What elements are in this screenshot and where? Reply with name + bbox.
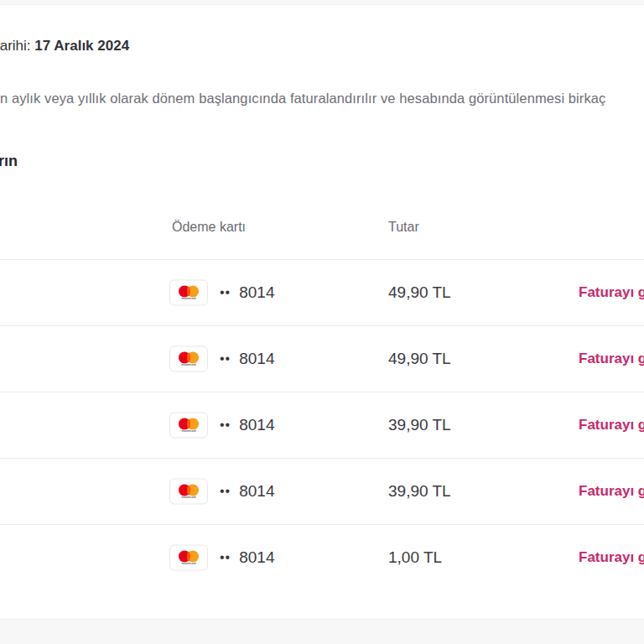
amount-cell: 49,90 TL (388, 283, 451, 302)
card-masked-dots: •• (220, 351, 231, 366)
card-masked-dots: •• (220, 484, 231, 499)
table-row: mastercard •• 8014 39,90 TL Faturayı g (0, 458, 644, 524)
view-invoice-link[interactable]: Faturayı g (579, 284, 644, 300)
table-body: mastercard •• 8014 49,90 TL Faturayı g (0, 259, 644, 590)
card-number-cell: •• 8014 (220, 416, 274, 434)
payment-card-cell: mastercard (169, 280, 208, 306)
view-invoice-link[interactable]: Faturayı g (579, 417, 644, 433)
payment-card-cell: mastercard (169, 479, 208, 505)
amount-cell: 49,90 TL (388, 350, 451, 368)
card-last4: 8014 (239, 548, 274, 567)
invoices-table: Ödeme kartı Tutar mastercard •• 8014 49, (0, 195, 644, 590)
mastercard-wordmark: mastercard (182, 430, 196, 432)
action-cell: Faturayı g (579, 549, 644, 566)
payment-card-cell: mastercard (169, 413, 208, 439)
date-label: tarihi: (0, 38, 31, 54)
top-divider-bar (0, 0, 644, 5)
amount-cell: 39,90 TL (388, 482, 451, 501)
mastercard-icon: mastercard (169, 280, 208, 306)
mastercard-circles-icon (179, 485, 199, 496)
mastercard-icon: mastercard (169, 346, 208, 372)
date-value: 17 Aralık 2024 (34, 38, 129, 54)
action-cell: Faturayı g (579, 284, 644, 301)
mastercard-icon: mastercard (169, 413, 208, 439)
mastercard-wordmark: mastercard (182, 298, 196, 299)
view-invoice-link[interactable]: Faturayı g (579, 351, 644, 366)
amount-cell: 1,00 TL (388, 548, 442, 567)
amount-cell: 39,90 TL (388, 416, 451, 434)
mastercard-circles-icon (179, 551, 199, 563)
section-title: rın (0, 153, 18, 170)
column-header-amount: Tutar (388, 220, 419, 235)
mastercard-wordmark: mastercard (182, 364, 196, 366)
card-number-cell: •• 8014 (220, 482, 274, 501)
mastercard-wordmark: mastercard (182, 563, 196, 564)
table-row: mastercard •• 8014 39,90 TL Faturayı g (0, 392, 644, 458)
table-row: mastercard •• 8014 1,00 TL Faturayı g (0, 524, 644, 590)
card-number-cell: •• 8014 (220, 283, 274, 302)
table-row: mastercard •• 8014 49,90 TL Faturayı g (0, 259, 644, 325)
view-invoice-link[interactable]: Faturayı g (579, 549, 644, 565)
billing-date-line: tarihi: 17 Aralık 2024 (0, 38, 129, 55)
footer-bar (0, 619, 644, 644)
action-cell: Faturayı g (579, 417, 644, 434)
payment-card-cell: mastercard (169, 346, 208, 372)
view-invoice-link[interactable]: Faturayı g (579, 483, 644, 499)
action-cell: Faturayı g (579, 351, 644, 367)
mastercard-wordmark: mastercard (182, 496, 196, 498)
action-cell: Faturayı g (579, 483, 644, 500)
card-masked-dots: •• (220, 550, 231, 565)
payment-card-cell: mastercard (169, 545, 208, 571)
card-masked-dots: •• (220, 285, 231, 300)
mastercard-circles-icon (179, 286, 199, 298)
card-last4: 8014 (239, 283, 274, 302)
mastercard-icon: mastercard (169, 545, 208, 571)
card-last4: 8014 (239, 416, 274, 434)
card-masked-dots: •• (220, 418, 231, 433)
billing-page: tarihi: 17 Aralık 2024 n aylık veya yıll… (0, 0, 644, 644)
mastercard-circles-icon (179, 352, 199, 364)
column-header-payment-card: Ödeme kartı (172, 220, 246, 235)
card-last4: 8014 (239, 350, 274, 368)
mastercard-icon: mastercard (169, 479, 208, 505)
billing-description: n aylık veya yıllık olarak dönem başlang… (0, 91, 605, 106)
card-number-cell: •• 8014 (220, 350, 274, 368)
card-last4: 8014 (239, 482, 274, 501)
table-row: mastercard •• 8014 49,90 TL Faturayı g (0, 325, 644, 392)
card-number-cell: •• 8014 (220, 548, 274, 567)
mastercard-circles-icon (179, 418, 199, 430)
table-header-row: Ödeme kartı Tutar (0, 195, 644, 259)
